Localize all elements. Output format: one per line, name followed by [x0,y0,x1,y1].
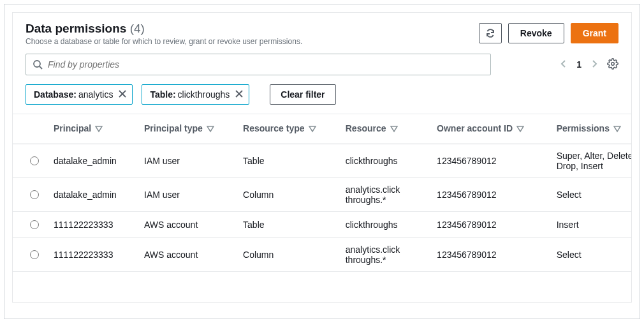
page-title: Data permissions (4) [26,22,479,36]
cell-principal: datalake_admin [47,178,138,212]
col-owner[interactable]: Owner account ID [430,114,550,144]
refresh-icon [485,28,495,38]
page-number: 1 [576,59,582,70]
cell-principal: 111122223333 [47,212,138,238]
cell-owner: 123456789012 [430,178,550,212]
filter-icon[interactable] [309,124,316,135]
page-subtitle: Choose a database or table for which to … [26,37,479,46]
close-icon [118,89,127,98]
chip-value: clickthroughs [178,89,230,100]
cell-permissions: Select [550,238,631,272]
filter-chip-table[interactable]: Table: clickthroughs [142,84,249,105]
page-title-count: (4) [130,22,145,35]
cell-principal-type: IAM user [138,178,237,212]
row-select-radio[interactable] [30,156,39,165]
filter-icon[interactable] [516,124,524,135]
chevron-right-icon [590,60,598,68]
col-principal[interactable]: Principal [47,114,138,144]
cell-resource: clickthroughs [339,212,430,238]
search-icon [33,59,43,70]
filter-chip-database[interactable]: Database: analytics [26,84,133,105]
search-box[interactable] [26,54,491,75]
table-row[interactable]: 111122223333 AWS account Table clickthro… [13,212,631,238]
chip-remove[interactable] [118,89,127,100]
table-row[interactable]: datalake_admin IAM user Column analytics… [13,178,631,212]
table-row[interactable]: datalake_admin IAM user Table clickthrou… [13,144,631,178]
svg-marker-10 [391,126,397,131]
clear-filter-button[interactable]: Clear filter [270,84,335,105]
cell-resource-type: Table [237,212,339,238]
cell-principal: 111122223333 [47,238,138,272]
gear-icon [607,58,618,70]
cell-permissions: Super, Alter, Delete, Drop, Insert [550,144,631,178]
cell-owner: 123456789012 [430,144,550,178]
cell-owner: 123456789012 [430,212,550,238]
settings-button[interactable] [607,58,618,71]
svg-marker-12 [614,126,620,131]
cell-principal-type: AWS account [138,238,237,272]
cell-principal: datalake_admin [47,144,138,178]
row-select-radio[interactable] [30,250,39,259]
cell-permissions: Select [550,178,631,212]
svg-line-1 [40,66,42,69]
revoke-button[interactable]: Revoke [508,23,564,43]
svg-marker-9 [309,126,316,131]
grant-button[interactable]: Grant [571,23,618,43]
chip-remove[interactable] [235,89,244,100]
filter-icon[interactable] [390,124,398,135]
svg-marker-8 [207,126,214,131]
col-permissions[interactable]: Permissions [550,114,631,144]
filter-icon[interactable] [95,124,103,135]
cell-resource: analytics.clickthroughs.* [339,178,430,212]
svg-point-2 [611,62,615,65]
cell-resource: clickthroughs [339,144,430,178]
filter-icon[interactable] [207,124,214,135]
cell-owner: 123456789012 [430,238,550,272]
svg-point-0 [34,61,40,67]
col-principal-type[interactable]: Principal type [138,114,237,144]
select-column [13,114,47,144]
filter-icon[interactable] [613,124,621,135]
chip-key: Database: [34,89,77,100]
cell-resource-type: Table [237,144,339,178]
svg-marker-11 [517,126,523,131]
col-resource[interactable]: Resource [339,114,430,144]
cell-principal-type: IAM user [138,144,237,178]
row-select-radio[interactable] [30,220,39,229]
cell-principal-type: AWS account [138,212,237,238]
page-title-text: Data permissions [26,22,126,35]
search-input[interactable] [43,59,484,70]
row-select-radio[interactable] [30,190,39,199]
permissions-table: Principal Principal type Resource type R… [13,114,631,272]
svg-marker-7 [96,126,102,131]
cell-resource-type: Column [237,178,339,212]
chip-value: analytics [78,89,113,100]
prev-page[interactable] [560,59,567,70]
chevron-left-icon [560,60,567,68]
cell-resource-type: Column [237,238,339,272]
col-resource-type[interactable]: Resource type [237,114,339,144]
table-row[interactable]: 111122223333 AWS account Column analytic… [13,238,631,272]
cell-permissions: Insert [550,212,631,238]
refresh-button[interactable] [479,23,502,43]
pager: 1 [560,58,618,71]
chip-key: Table: [150,89,175,100]
cell-resource: analytics.clickthroughs.* [339,238,430,272]
next-page[interactable] [590,59,598,70]
close-icon [235,89,244,98]
